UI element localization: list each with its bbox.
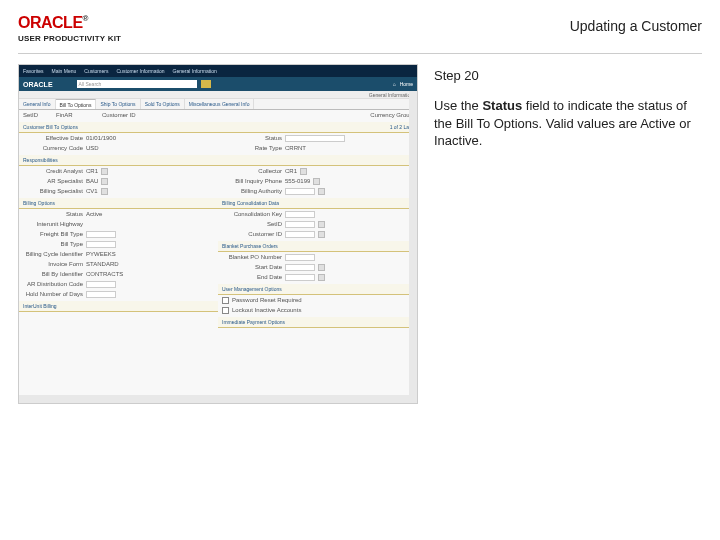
collector-label: Collector	[222, 168, 282, 174]
freight-bill-type-label: Freight Bill Type	[23, 231, 83, 237]
lookup-icon[interactable]	[313, 178, 320, 185]
lookup-icon[interactable]	[101, 178, 108, 185]
app-topmenu: Favorites Main Menu Customers Customer I…	[19, 65, 417, 77]
tab-misc-general-info[interactable]: Miscellaneous General Info	[185, 99, 255, 109]
blanket-end-field[interactable]	[285, 274, 315, 281]
customer-id-label: Customer ID	[76, 112, 136, 118]
bill-type-field[interactable]	[86, 241, 116, 248]
collector-value: CR1	[285, 168, 297, 174]
status-label: Status	[222, 135, 282, 141]
currency-code-value: USD	[86, 145, 99, 151]
rate-type-label: Rate Type	[222, 145, 282, 151]
consol-custid-field[interactable]	[285, 231, 315, 238]
search-input[interactable]: All Search	[77, 80, 197, 88]
hold-days-field[interactable]	[86, 291, 116, 298]
ar-dist-code-field[interactable]	[86, 281, 116, 288]
lockout-checkbox[interactable]	[222, 307, 229, 314]
calendar-icon[interactable]	[318, 264, 325, 271]
instr-pre: Use the	[434, 98, 482, 113]
eff-date-label: Effective Date	[23, 135, 83, 141]
logo-text: ORACLE	[18, 14, 83, 31]
oracle-logo: ORACLE®	[18, 14, 121, 32]
blanket-po-header: Blanket Purchase Orders	[218, 241, 417, 252]
app-brandbar: ORACLE All Search ⌂ Home	[19, 77, 417, 91]
bill-type-label: Bill Type	[23, 241, 83, 247]
document-header: ORACLE® USER PRODUCTIVITY KIT Updating a…	[0, 0, 720, 49]
ar-dist-code-label: AR Distribution Code	[23, 281, 83, 287]
blanket-start-field[interactable]	[285, 264, 315, 271]
bill-to-options-label: Customer Bill To Options	[23, 124, 78, 130]
app-logo: ORACLE	[23, 81, 53, 88]
step-label: Step 20	[434, 68, 702, 83]
menu-custinfo[interactable]: Customer Information	[116, 68, 164, 74]
home-icon[interactable]: ⌂	[393, 81, 396, 87]
horizontal-scrollbar[interactable]	[19, 395, 409, 403]
billing-cycle-value: PYWEEKS	[86, 251, 116, 257]
freight-bill-type-field[interactable]	[86, 231, 116, 238]
status-field[interactable]	[285, 135, 345, 142]
billing-authority-field[interactable]	[285, 188, 315, 195]
blanket-po-num-label: Blanket PO Number	[222, 254, 282, 260]
bill-by-label: Bill By Identifier	[23, 271, 83, 277]
logo-block: ORACLE® USER PRODUCTIVITY KIT	[18, 14, 121, 43]
ar-specialist-value: BAU	[86, 178, 98, 184]
billing-specialist-value: CV1	[86, 188, 98, 194]
bill-inquiry-phone-value: 555-0199	[285, 178, 310, 184]
setid-value: FinAR	[56, 112, 73, 118]
instr-bold: Status	[482, 98, 522, 113]
search-button[interactable]	[201, 80, 211, 88]
menu-main[interactable]: Main Menu	[52, 68, 77, 74]
lookup-icon[interactable]	[318, 221, 325, 228]
rate-type-value: CRRNT	[285, 145, 306, 151]
blanket-po-num-field[interactable]	[285, 254, 315, 261]
consolidation-header: Billing Consolidation Data	[218, 198, 417, 209]
lookup-icon[interactable]	[300, 168, 307, 175]
interunit-billing-header: InterUnit Billing	[19, 301, 218, 312]
bill-to-options-bar: Customer Bill To Options 1 of 2 Last	[19, 122, 417, 133]
menu-customers[interactable]: Customers	[84, 68, 108, 74]
menu-geninfo[interactable]: General Information	[173, 68, 217, 74]
blanket-start-label: Start Date	[222, 264, 282, 270]
step-instruction: Use the Status field to indicate the sta…	[434, 97, 702, 150]
consol-setid-field[interactable]	[285, 221, 315, 228]
billing-specialist-label: Billing Specialist	[23, 188, 83, 194]
user-mgmt-header: User Management Options	[218, 284, 417, 295]
pwd-reset-checkbox[interactable]	[222, 297, 229, 304]
bill-inquiry-phone-label: Bill Inquiry Phone	[222, 178, 282, 184]
consol-custid-label: Customer ID	[222, 231, 282, 237]
credit-analyst-value: CR1	[86, 168, 98, 174]
tab-ship-to-options[interactable]: Ship To Options	[96, 99, 140, 109]
billing-status-label: Status	[23, 211, 83, 217]
tab-bill-to-options[interactable]: Bill To Options	[56, 99, 97, 109]
consol-key-field[interactable]	[285, 211, 315, 218]
lower-sections: Billing Options StatusActive Interunit H…	[19, 196, 417, 328]
embedded-screenshot: Favorites Main Menu Customers Customer I…	[18, 64, 418, 404]
vertical-scrollbar[interactable]	[409, 91, 417, 403]
tab-sold-to-options[interactable]: Sold To Options	[141, 99, 185, 109]
upk-subtitle: USER PRODUCTIVITY KIT	[18, 34, 121, 43]
consol-setid-label: SetID	[222, 221, 282, 227]
consol-key-label: Consolidation Key	[222, 211, 282, 217]
responsibilities-section: Credit AnalystCR1 AR SpecialistBAU Billi…	[19, 166, 417, 196]
main-content: Favorites Main Menu Customers Customer I…	[0, 54, 720, 414]
tab-general-info[interactable]: General Info	[19, 99, 56, 109]
lookup-icon[interactable]	[318, 188, 325, 195]
page-title: Updating a Customer	[570, 18, 702, 34]
calendar-icon[interactable]	[318, 274, 325, 281]
credit-analyst-label: Credit Analyst	[23, 168, 83, 174]
billing-options-header: Billing Options	[19, 198, 218, 209]
interunit-highway-label: Interunit Highway	[23, 221, 83, 227]
home-label[interactable]: Home	[400, 81, 413, 87]
top-fields-row: SetID FinAR Customer ID Currency Group	[19, 110, 417, 120]
pwd-reset-label: Password Reset Required	[232, 297, 302, 303]
registered-mark: ®	[83, 14, 88, 23]
billing-authority-label: Billing Authority	[222, 188, 282, 194]
lookup-icon[interactable]	[101, 188, 108, 195]
lookup-icon[interactable]	[101, 168, 108, 175]
blanket-end-label: End Date	[222, 274, 282, 280]
invoice-form-label: Invoice Form	[23, 261, 83, 267]
menu-favorites[interactable]: Favorites	[23, 68, 44, 74]
lookup-icon[interactable]	[318, 231, 325, 238]
page-bar: General Information	[19, 91, 417, 99]
hold-days-label: Hold Number of Days	[23, 291, 83, 297]
